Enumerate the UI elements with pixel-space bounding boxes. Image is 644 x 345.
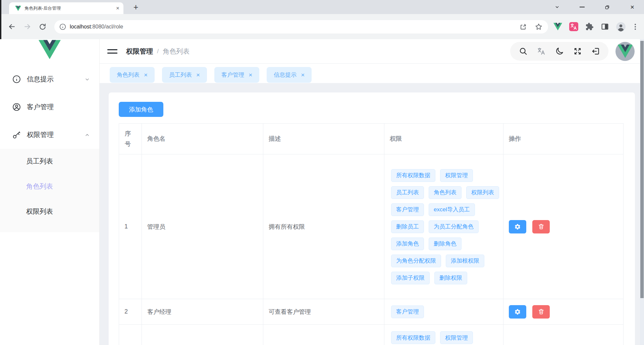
bookmark-star-icon[interactable]: [535, 23, 543, 31]
customer-icon: [12, 102, 21, 112]
reload-icon[interactable]: [35, 19, 50, 34]
route-tab-info[interactable]: 信息提示 ×: [267, 67, 312, 83]
route-tab-bar: 角色列表 × 员工列表 × 客户管理 × 信息提示 ×: [100, 64, 644, 83]
sidebar-item-info[interactable]: 信息提示: [0, 65, 99, 93]
new-tab-button[interactable]: +: [130, 1, 142, 13]
route-tab-label: 员工列表: [169, 71, 192, 79]
site-info-icon[interactable]: [59, 23, 66, 30]
breadcrumb-section: 权限管理: [126, 47, 153, 56]
translate-icon[interactable]: [537, 47, 546, 56]
delete-role-button[interactable]: [532, 220, 550, 233]
cell-description: 可查看客户管理: [263, 299, 384, 325]
browser-menu-icon[interactable]: [633, 24, 638, 30]
route-tab-customer[interactable]: 客户管理 ×: [214, 67, 259, 83]
side-panel-icon[interactable]: [601, 22, 609, 31]
trash-icon: [538, 308, 545, 315]
route-tab-label: 客户管理: [221, 71, 244, 79]
sidebar-item-label: 客户管理: [27, 102, 54, 112]
route-tab-role-list[interactable]: 角色列表 ×: [110, 67, 155, 83]
extensions-area: [548, 22, 644, 31]
extensions-puzzle-icon[interactable]: [585, 22, 594, 31]
sidebar-item-permission-list[interactable]: 权限列表: [0, 199, 99, 224]
permission-tag: excel导入员工: [429, 203, 475, 216]
share-icon[interactable]: [519, 23, 527, 31]
url-host: localhost: [70, 24, 91, 29]
roles-table: 序号 角色名 描述 权限 操作 1 管理员 拥有所有权限 所有权限数据权限管理员…: [119, 123, 624, 345]
browser-tab-title: 角色列表-后台管理: [24, 5, 116, 11]
user-avatar[interactable]: [615, 42, 635, 61]
search-icon[interactable]: [519, 47, 528, 56]
permission-tag: 权限列表: [466, 186, 499, 199]
sidebar-item-employee-list[interactable]: 员工列表: [0, 149, 99, 174]
column-header-role-name: 角色名: [142, 124, 263, 154]
app-header: 权限管理 / 角色列表: [100, 39, 644, 64]
assign-permission-button[interactable]: [509, 220, 526, 233]
vue-devtools-extension-icon[interactable]: [553, 23, 562, 30]
table-row: 2 客户经理 可查看客户管理 客户管理: [119, 299, 624, 325]
translate-extension-icon[interactable]: [569, 22, 578, 31]
assign-permission-button[interactable]: [509, 305, 526, 319]
cell-role-name: 客户经理: [142, 299, 263, 325]
column-header-description: 描述: [263, 124, 384, 154]
header-action-pill: [510, 42, 608, 61]
app-logo: [0, 39, 99, 65]
cell-index: 2: [119, 299, 142, 325]
sidebar-submenu: 员工列表 角色列表 权限列表: [0, 149, 99, 232]
delete-role-button[interactable]: [532, 305, 550, 319]
cell-description: 拥有所有权限: [263, 154, 384, 299]
chevron-up-icon: [85, 132, 90, 138]
info-icon: [12, 75, 21, 84]
add-role-button[interactable]: 添加角色: [119, 102, 163, 117]
permission-tag: 删除角色: [429, 237, 462, 250]
content-area: 添加角色 序号 角色名 描述 权限 操作 1 管理员 拥有所有权限: [100, 83, 644, 345]
profile-avatar-icon[interactable]: [616, 22, 626, 31]
tab-close-icon[interactable]: ×: [144, 71, 148, 79]
minimize-button[interactable]: [577, 2, 587, 12]
table-row: 所有权限数据权限管理: [119, 325, 624, 345]
key-icon: [12, 130, 21, 139]
browser-tab-strip: 角色列表-后台管理 × + ×: [0, 0, 644, 14]
tab-close-icon[interactable]: ×: [116, 5, 119, 11]
window-edge: [0, 0, 1, 39]
forward-icon[interactable]: [19, 19, 35, 34]
route-tab-label: 信息提示: [274, 71, 297, 79]
scrollbar-thumb[interactable]: [640, 41, 644, 298]
column-header-index: 序号: [119, 124, 142, 154]
fullscreen-icon[interactable]: [573, 47, 582, 56]
page-scrollbar[interactable]: [640, 39, 644, 345]
url-bar[interactable]: localhost:8080/acl/role: [54, 20, 548, 33]
permission-tag: 权限管理: [440, 331, 473, 344]
browser-tab[interactable]: 角色列表-后台管理 ×: [9, 2, 123, 14]
permission-tag: 客户管理: [391, 203, 424, 216]
dark-mode-moon-icon[interactable]: [555, 47, 564, 56]
breadcrumb-separator: /: [157, 48, 159, 55]
permission-tag: 权限管理: [440, 169, 473, 182]
permission-tag: 角色列表: [429, 186, 462, 199]
cell-operations: [503, 299, 624, 325]
column-header-operations: 操作: [503, 124, 624, 154]
sidebar-item-customer[interactable]: 客户管理: [0, 93, 99, 121]
sidebar-item-role-list[interactable]: 角色列表: [0, 174, 99, 199]
sidebar-item-permission[interactable]: 权限管理: [0, 121, 99, 149]
url-path: :8080/acl/role: [91, 24, 123, 29]
column-header-permissions: 权限: [384, 124, 503, 154]
content-card: 添加角色 序号 角色名 描述 权限 操作 1 管理员 拥有所有权限: [109, 92, 635, 345]
tab-search-chevron-icon[interactable]: [552, 2, 562, 12]
restore-button[interactable]: [602, 2, 612, 12]
collapse-menu-icon[interactable]: [107, 48, 117, 55]
back-icon[interactable]: [4, 19, 19, 34]
close-button[interactable]: ×: [627, 2, 637, 12]
app-root: 信息提示 客户管理 权限管理 员工列表 角色列表 权限列表: [0, 39, 644, 345]
sidebar: 信息提示 客户管理 权限管理 员工列表 角色列表 权限列表: [0, 39, 100, 345]
vue-favicon-icon: [15, 6, 21, 11]
url-text: localhost:8080/acl/role: [70, 24, 123, 30]
tab-close-icon[interactable]: ×: [196, 71, 200, 79]
tab-close-icon[interactable]: ×: [301, 71, 305, 79]
cell-index: [119, 325, 142, 345]
cell-index: 1: [119, 154, 142, 299]
table-row: 1 管理员 拥有所有权限 所有权限数据权限管理员工列表角色列表权限列表客户管理e…: [119, 154, 624, 299]
tab-close-icon[interactable]: ×: [249, 71, 252, 79]
route-tab-employee-list[interactable]: 员工列表 ×: [162, 67, 207, 83]
gear-icon: [514, 223, 521, 230]
logout-icon[interactable]: [591, 47, 600, 56]
